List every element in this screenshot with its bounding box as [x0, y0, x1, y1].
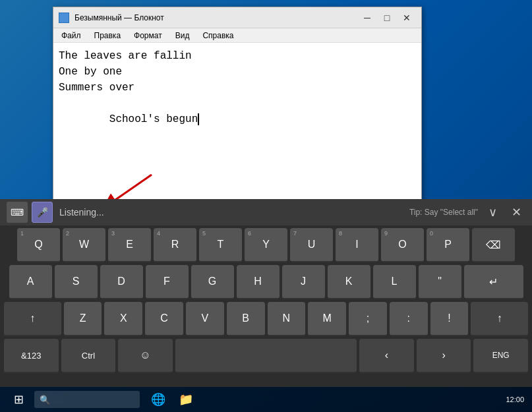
key-quote[interactable]: " [419, 265, 461, 299]
text-line-3: Summers over [59, 80, 416, 96]
key-arrow-right[interactable]: › [417, 339, 471, 373]
listening-status: Listening... [59, 207, 104, 218]
menu-help[interactable]: Справка [197, 30, 239, 42]
text-line-2: One by one [59, 64, 416, 80]
key-u[interactable]: 7U [290, 228, 333, 262]
key-semicolon[interactable]: ; [349, 302, 387, 336]
key-y[interactable]: 6Y [245, 228, 287, 262]
search-icon: 🔍 [40, 395, 50, 405]
key-symbols[interactable]: &123 [4, 339, 59, 373]
key-n[interactable]: N [268, 302, 306, 336]
keyboard-toolbar-right: Tip: Say "Select all" ∨ ✕ [409, 203, 525, 221]
key-l[interactable]: L [373, 265, 416, 299]
key-c[interactable]: C [145, 302, 183, 336]
keyboard-toolbar-left: ⌨ 🎤 Listening... [7, 202, 104, 223]
key-emoji[interactable]: ☺ [118, 339, 173, 373]
notepad-window: Безымянный — Блокнот ─ □ ✕ Файл Правка Ф… [53, 7, 422, 201]
key-h[interactable]: H [237, 265, 280, 299]
key-enter[interactable]: ↵ [464, 265, 523, 299]
key-row-2: A S D F G H J K L " ↵ [4, 265, 528, 299]
keyboard-panel: ⌨ 🎤 Listening... Tip: Say "Select all" ∨… [0, 199, 532, 387]
minimize-button[interactable]: ─ [358, 11, 376, 25]
keyboard-close-button[interactable]: ✕ [507, 203, 525, 221]
desktop: Безымянный — Блокнот ─ □ ✕ Файл Правка Ф… [0, 0, 532, 412]
key-arrow-left[interactable]: ‹ [359, 339, 414, 373]
explorer-icon: 📁 [179, 392, 193, 407]
key-r[interactable]: 4R [154, 228, 196, 262]
key-t[interactable]: 5T [199, 228, 242, 262]
mic-symbol: 🎤 [37, 207, 48, 218]
key-row-3: ↑ Z X C V B N M ; : ! ↑ [4, 302, 528, 336]
key-d[interactable]: D [100, 265, 143, 299]
maximize-button[interactable]: □ [378, 11, 396, 25]
taskbar-time: 12:00 [506, 396, 524, 403]
key-exclaim[interactable]: ! [430, 302, 469, 336]
key-f[interactable]: F [146, 265, 189, 299]
key-z[interactable]: Z [64, 302, 102, 336]
keyboard-collapse-button[interactable]: ∨ [483, 203, 502, 221]
text-line-4: School's begun [59, 96, 416, 143]
taskbar-app-1[interactable]: 🌐 [145, 387, 171, 412]
titlebar-buttons: ─ □ ✕ [358, 11, 416, 25]
key-lang[interactable]: ENG [473, 339, 528, 373]
keyboard-tip: Tip: Say "Select all" [409, 208, 478, 217]
menu-format[interactable]: Формат [129, 30, 167, 42]
microphone-icon[interactable]: 🎤 [32, 202, 53, 223]
keyboard-mode-icon[interactable]: ⌨ [7, 202, 28, 223]
key-e[interactable]: 3E [108, 228, 151, 262]
key-m[interactable]: M [308, 302, 346, 336]
key-colon[interactable]: : [390, 302, 428, 336]
key-ctrl[interactable]: Ctrl [61, 339, 116, 373]
key-space[interactable] [175, 339, 357, 373]
key-shift-left[interactable]: ↑ [4, 302, 61, 336]
taskbar-right: 12:00 [506, 396, 529, 403]
menu-file[interactable]: Файл [56, 30, 86, 42]
edge-icon: 🌐 [151, 392, 165, 407]
key-backspace[interactable]: ⌫ [472, 228, 515, 262]
key-b[interactable]: B [227, 302, 265, 336]
taskbar-start-button[interactable]: ⊞ [3, 387, 34, 412]
key-p[interactable]: 0P [427, 228, 469, 262]
notepad-title: Безымянный — Блокнот [74, 13, 353, 22]
text-line-1: The leaves are fallin [59, 48, 416, 64]
key-g[interactable]: G [191, 265, 234, 299]
windows-logo-icon: ⊞ [14, 392, 24, 407]
key-s[interactable]: S [55, 265, 98, 299]
key-k[interactable]: K [328, 265, 370, 299]
menu-view[interactable]: Вид [170, 30, 195, 42]
notepad-content[interactable]: The leaves are fallin One by one Summers… [53, 43, 421, 200]
notepad-icon [59, 13, 69, 23]
key-q[interactable]: 1Q [17, 228, 60, 262]
key-x[interactable]: X [104, 302, 142, 336]
notepad-menubar: Файл Правка Формат Вид Справка [53, 28, 421, 43]
key-a[interactable]: A [9, 265, 52, 299]
taskbar: ⊞ 🔍 🌐 📁 12:00 [0, 387, 532, 412]
taskbar-app-2[interactable]: 📁 [173, 387, 199, 412]
key-j[interactable]: J [282, 265, 325, 299]
key-row-1: 1Q 2W 3E 4R 5T 6Y 7U 8I 9O 0P ⌫ [4, 228, 528, 262]
key-w[interactable]: 2W [63, 228, 105, 262]
menu-edit[interactable]: Правка [89, 30, 127, 42]
text-cursor [198, 113, 199, 125]
keyboard-toolbar: ⌨ 🎤 Listening... Tip: Say "Select all" ∨… [0, 199, 532, 225]
taskbar-search[interactable]: 🔍 [34, 391, 140, 408]
key-i[interactable]: 8I [336, 228, 378, 262]
key-o[interactable]: 9O [381, 228, 424, 262]
key-row-4: &123 Ctrl ☺ ‹ › ENG [4, 339, 528, 373]
notepad-titlebar: Безымянный — Блокнот ─ □ ✕ [53, 7, 421, 28]
key-v[interactable]: V [186, 302, 224, 336]
key-shift-right[interactable]: ↑ [471, 302, 528, 336]
close-button[interactable]: ✕ [398, 11, 416, 25]
taskbar-pinned-apps: 🌐 📁 [145, 387, 199, 412]
keyboard-keys: 1Q 2W 3E 4R 5T 6Y 7U 8I 9O 0P ⌫ A S D F … [0, 225, 532, 387]
